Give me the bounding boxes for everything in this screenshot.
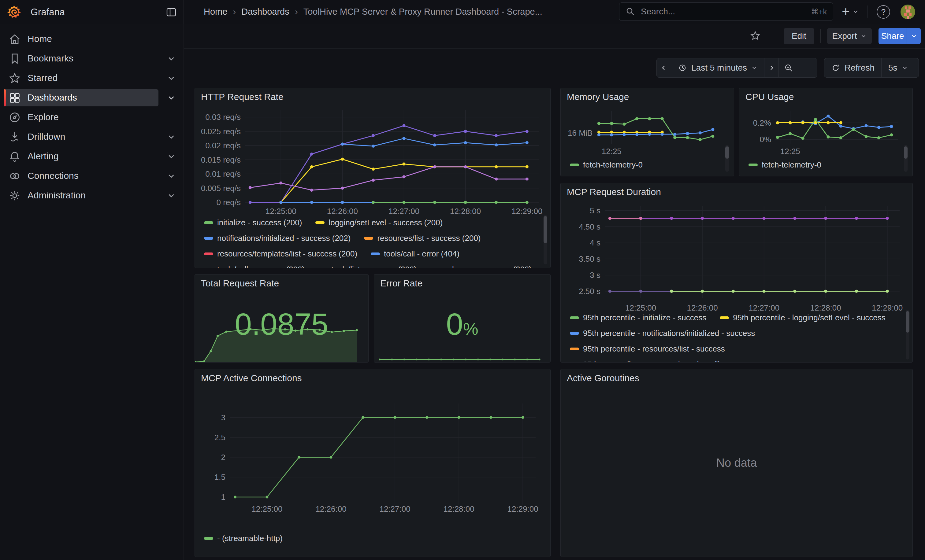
chevron-left-icon <box>660 65 667 71</box>
svg-text:0%: 0% <box>759 135 771 144</box>
avatar[interactable] <box>901 5 915 19</box>
legend-item[interactable]: fetch-telemetry-0 <box>749 160 821 170</box>
star-icon[interactable] <box>749 30 761 42</box>
sidebar-item-home[interactable]: Home <box>0 30 184 48</box>
refresh-interval-dropdown[interactable]: 5s <box>881 59 914 77</box>
sidebar-item-connections[interactable]: Connections <box>0 168 184 185</box>
svg-text:12:25:00: 12:25:00 <box>265 207 297 216</box>
refresh-icon <box>831 63 840 72</box>
panel-title[interactable]: Error Rate <box>380 278 422 288</box>
sidebar-item-explore[interactable]: Explore <box>0 109 184 126</box>
svg-text:4 s: 4 s <box>590 238 600 247</box>
refresh-interval-label: 5s <box>888 63 898 73</box>
chevron-down-icon[interactable] <box>167 191 176 200</box>
legend-item[interactable]: tools/call - success (200) <box>204 265 305 268</box>
legend-item[interactable]: 95th percentile - resources/list - succe… <box>570 344 725 354</box>
chevron-down-icon <box>852 8 859 15</box>
svg-text:12:27:00: 12:27:00 <box>389 207 419 216</box>
sidebar-item-bookmarks[interactable]: Bookmarks <box>0 50 184 67</box>
chevron-down-icon[interactable] <box>167 74 176 83</box>
edit-button[interactable]: Edit <box>784 28 814 44</box>
chevron-down-icon[interactable] <box>167 54 176 63</box>
chevron-right-icon <box>768 65 775 71</box>
legend-scrollbar[interactable] <box>544 215 547 264</box>
svg-text:12:29:00: 12:29:00 <box>508 504 538 513</box>
mcp-active-connections-chart[interactable]: 11.522.5312:25:0012:26:0012:27:0012:28:0… <box>199 385 547 513</box>
cpu-usage-chart[interactable]: 0%0.2%12:25 <box>743 107 910 156</box>
svg-text:0.015 req/s: 0.015 req/s <box>201 155 241 164</box>
dashboard-header-row: Edit Export Share <box>184 24 925 49</box>
compass-icon <box>8 111 21 124</box>
legend-item[interactable]: tools/call - error (404) <box>371 249 459 258</box>
legend-series-color <box>371 252 380 255</box>
export-button[interactable]: Export <box>827 28 872 44</box>
time-range-picker[interactable]: Last 5 minutes <box>671 59 764 77</box>
legend-item[interactable]: notifications/initialized - success (202… <box>204 234 351 243</box>
panel-title[interactable]: HTTP Request Rate <box>201 92 283 102</box>
svg-text:12:25:00: 12:25:00 <box>625 303 656 312</box>
time-forward-button[interactable] <box>764 59 779 77</box>
sidebar-item-administration[interactable]: Administration <box>0 187 184 204</box>
share-dropdown-button[interactable] <box>907 28 921 44</box>
sidebar-toggle-icon[interactable] <box>166 8 176 17</box>
panel-title[interactable]: Memory Usage <box>567 92 629 102</box>
refresh-button[interactable]: Refresh <box>824 59 881 77</box>
panel-title[interactable]: CPU Usage <box>746 92 794 102</box>
legend-scrollbar[interactable] <box>904 145 908 172</box>
svg-text:5 s: 5 s <box>590 206 600 215</box>
mcp-request-duration-chart[interactable]: 2.50 s3 s3.50 s4 s4.50 s5 s12:25:0012:26… <box>565 201 909 312</box>
panel-title[interactable]: Total Request Rate <box>201 278 279 288</box>
grafana-logo-icon[interactable] <box>7 5 21 19</box>
legend-item[interactable]: 95th percentile - resources/templates/li… <box>570 360 762 363</box>
legend-item[interactable]: resources/list - success (200) <box>364 234 481 243</box>
search-box[interactable]: ⌘+k <box>619 3 833 21</box>
legend-item[interactable]: fetch-telemetry-0 <box>570 160 643 170</box>
connections-rings-icon <box>8 169 21 183</box>
breadcrumb-dashboards[interactable]: Dashboards <box>241 7 289 17</box>
sidebar-item-drilldown[interactable]: Drilldown <box>0 128 184 146</box>
legend-series-color <box>204 221 213 224</box>
legend-scrollbar[interactable] <box>725 145 729 172</box>
error-rate-sparkline[interactable] <box>374 344 550 362</box>
legend-item[interactable]: - (streamable-http) <box>204 534 283 543</box>
legend-item[interactable]: unknown - success (200) <box>430 265 532 268</box>
chevron-down-icon[interactable] <box>167 152 176 161</box>
legend-series-color <box>315 221 325 224</box>
http-request-rate-chart[interactable]: 0 req/s0.005 req/s0.01 req/s0.015 req/s0… <box>199 106 547 216</box>
chevron-down-icon[interactable] <box>167 172 176 180</box>
legend-item[interactable]: initialize - success (200) <box>204 218 302 227</box>
sidebar-item-alerting[interactable]: Alerting <box>0 148 184 165</box>
header-divider <box>820 29 821 43</box>
help-icon[interactable]: ? <box>877 5 890 19</box>
legend-item[interactable]: 95th percentile - notifications/initiali… <box>570 329 755 338</box>
legend-series-color <box>749 164 758 166</box>
legend-scrollbar[interactable] <box>906 310 909 359</box>
legend-item[interactable]: 95th percentile - initialize - success <box>570 313 706 323</box>
svg-text:3.50 s: 3.50 s <box>579 254 600 263</box>
svg-text:12:26:00: 12:26:00 <box>687 303 718 312</box>
panel-title[interactable]: MCP Active Connections <box>201 373 302 383</box>
zoom-out-button[interactable] <box>779 59 798 77</box>
chevron-down-icon <box>911 33 917 39</box>
svg-text:12:26:00: 12:26:00 <box>315 504 346 513</box>
panel-total-request-rate: Total Request Rate 0.0875 <box>194 274 369 363</box>
sidebar-item-dashboards[interactable]: Dashboards <box>0 89 184 107</box>
svg-text:2.50 s: 2.50 s <box>579 287 600 296</box>
legend-item[interactable]: logging/setLevel - success (200) <box>315 218 443 227</box>
memory-usage-chart[interactable]: 16 MiB12:25 <box>564 107 731 156</box>
sidebar-item-starred[interactable]: Starred <box>0 70 184 87</box>
breadcrumb-home[interactable]: Home <box>204 7 227 17</box>
chevron-down-icon[interactable] <box>167 133 176 141</box>
no-data-message: No data <box>561 369 913 557</box>
chevron-down-icon[interactable] <box>167 93 176 102</box>
time-back-button[interactable] <box>657 59 671 77</box>
legend-item[interactable]: 95th percentile - logging/setLevel - suc… <box>720 313 886 323</box>
new-button[interactable]: + <box>842 3 859 20</box>
panel-title[interactable]: MCP Request Duration <box>567 187 661 197</box>
search-icon <box>625 7 635 17</box>
search-input[interactable] <box>640 6 811 17</box>
svg-text:2.5: 2.5 <box>214 433 226 442</box>
legend-item[interactable]: resources/templates/list - success (200) <box>204 249 357 258</box>
share-button[interactable]: Share <box>878 28 907 44</box>
legend-item[interactable]: tools/list - success (200) <box>318 265 417 268</box>
